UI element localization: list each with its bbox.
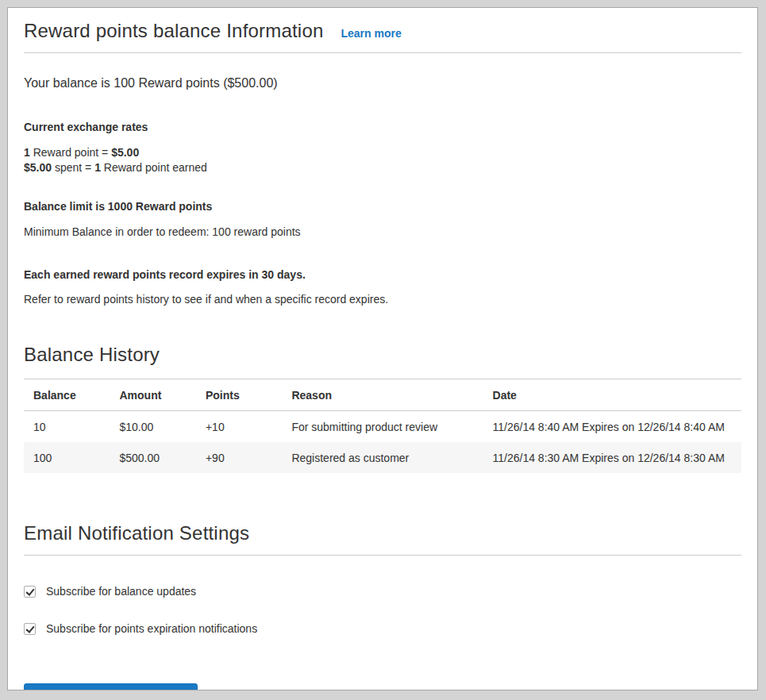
email-settings-title: Email Notification Settings — [24, 522, 741, 544]
cell-reason: Registered as customer — [282, 442, 483, 473]
points-expiration-option[interactable]: Subscribe for points expiration notifica… — [24, 622, 741, 635]
table-header-row: Balance Amount Points Reason Date — [24, 379, 741, 411]
earn-amount-value: $5.00 — [24, 161, 52, 174]
learn-more-link[interactable]: Learn more — [341, 27, 401, 40]
balance-updates-option[interactable]: Subscribe for balance updates — [24, 585, 741, 598]
points-expiration-checkbox[interactable] — [24, 623, 36, 635]
earn-middle-text: spent = — [52, 161, 94, 174]
cell-balance: 100 — [24, 442, 110, 473]
column-header-date: Date — [483, 379, 741, 411]
column-header-balance: Balance — [24, 379, 110, 411]
column-header-points: Points — [196, 379, 282, 411]
cell-date: 11/26/14 8:30 AM Expires on 12/26/14 8:3… — [483, 442, 741, 473]
earn-suffix-text: Reward point earned — [101, 161, 207, 174]
column-header-amount: Amount — [110, 379, 195, 411]
exchange-rate-line-point-to-currency: 1 Reward point = $5.00 — [24, 145, 741, 160]
cell-amount: $10.00 — [110, 411, 195, 443]
balance-updates-checkbox[interactable] — [24, 586, 36, 598]
minimum-redeem-text: Minimum Balance in order to redeem: 100 … — [24, 225, 741, 238]
table-row: 100 $500.00 +90 Registered as customer 1… — [24, 442, 741, 473]
cell-reason: For submitting product review — [282, 411, 483, 443]
cell-points: +10 — [196, 411, 282, 443]
cell-points: +90 — [196, 442, 282, 473]
exchange-rates-lines: 1 Reward point = $5.00 $5.00 spent = 1 R… — [24, 145, 741, 175]
header-divider — [24, 52, 741, 53]
page-header: Reward points balance Information Learn … — [24, 20, 741, 42]
cell-date: 11/26/14 8:40 AM Expires on 12/26/14 8:4… — [483, 411, 741, 443]
balance-limit-heading: Balance limit is 1000 Reward points — [24, 200, 741, 213]
save-subscription-settings-button[interactable]: Save Subscription Settings — [24, 683, 198, 690]
cell-amount: $500.00 — [110, 442, 195, 473]
table-row: 10 $10.00 +10 For submitting product rev… — [24, 411, 741, 443]
cell-balance: 10 — [24, 411, 110, 443]
rate-amount-value: $5.00 — [111, 146, 139, 159]
balance-history-table: Balance Amount Points Reason Date 10 $10… — [24, 379, 741, 473]
column-header-reason: Reason — [282, 379, 483, 411]
balance-updates-label: Subscribe for balance updates — [46, 585, 196, 598]
exchange-rates-heading: Current exchange rates — [24, 121, 741, 133]
earn-points-value: 1 — [94, 161, 101, 174]
balance-summary: Your balance is 100 Reward points ($500.… — [24, 76, 741, 90]
expiry-heading: Each earned reward points record expires… — [24, 268, 741, 281]
points-expiration-label: Subscribe for points expiration notifica… — [46, 622, 257, 635]
reward-points-panel: Reward points balance Information Learn … — [7, 7, 758, 690]
exchange-rate-line-currency-to-point: $5.00 spent = 1 Reward point earned — [24, 160, 741, 175]
email-settings-divider — [24, 555, 741, 556]
balance-history-title: Balance History — [24, 344, 741, 366]
rate-points-value: 1 — [24, 146, 30, 159]
expiry-note: Refer to reward points history to see if… — [24, 293, 741, 306]
rate-middle-text: Reward point = — [30, 146, 111, 159]
page-title: Reward points balance Information — [24, 20, 323, 42]
